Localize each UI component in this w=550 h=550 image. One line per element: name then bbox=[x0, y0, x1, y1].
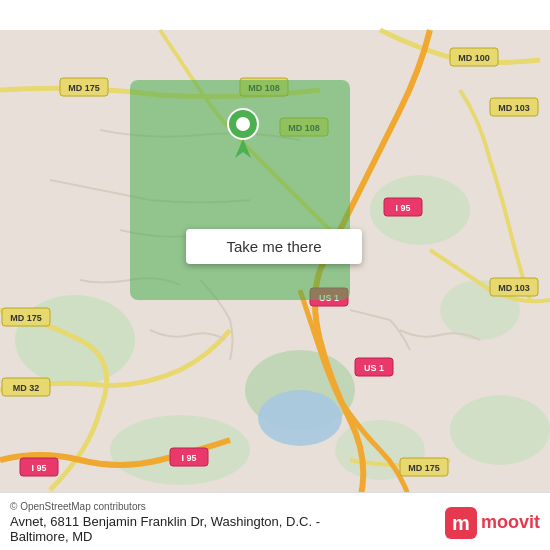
svg-text:MD 103: MD 103 bbox=[498, 103, 530, 113]
address-text: Avnet, 6811 Benjamin Franklin Dr, Washin… bbox=[10, 514, 320, 544]
svg-text:MD 32: MD 32 bbox=[13, 383, 40, 393]
map-background: MD 175 MD 108 MD 108 MD 100 MD 103 MD 10… bbox=[0, 0, 550, 550]
bottom-bar-content: © OpenStreetMap contributors Avnet, 6811… bbox=[10, 501, 320, 544]
moovit-logo: m moovit bbox=[445, 507, 540, 539]
svg-point-8 bbox=[258, 390, 342, 446]
svg-point-7 bbox=[450, 395, 550, 465]
address-line2: Baltimore, MD bbox=[10, 529, 92, 544]
svg-text:MD 108: MD 108 bbox=[248, 83, 280, 93]
bottom-bar: © OpenStreetMap contributors Avnet, 6811… bbox=[0, 492, 550, 550]
svg-text:MD 175: MD 175 bbox=[408, 463, 440, 473]
svg-text:US 1: US 1 bbox=[319, 293, 339, 303]
svg-text:I 95: I 95 bbox=[181, 453, 196, 463]
osm-credit: © OpenStreetMap contributors bbox=[10, 501, 320, 512]
svg-text:m: m bbox=[452, 512, 470, 534]
svg-text:MD 100: MD 100 bbox=[458, 53, 490, 63]
take-me-there-button[interactable]: Take me there bbox=[186, 229, 362, 264]
moovit-logo-icon: m bbox=[445, 507, 477, 539]
svg-text:I 95: I 95 bbox=[31, 463, 46, 473]
svg-text:US 1: US 1 bbox=[364, 363, 384, 373]
osm-credit-text: © OpenStreetMap contributors bbox=[10, 501, 146, 512]
svg-text:MD 103: MD 103 bbox=[498, 283, 530, 293]
svg-text:I 95: I 95 bbox=[395, 203, 410, 213]
svg-text:MD 175: MD 175 bbox=[10, 313, 42, 323]
moovit-brand-text: moovit bbox=[481, 512, 540, 533]
address-line1: Avnet, 6811 Benjamin Franklin Dr, Washin… bbox=[10, 514, 320, 529]
svg-text:MD 175: MD 175 bbox=[68, 83, 100, 93]
svg-text:MD 108: MD 108 bbox=[288, 123, 320, 133]
map-container: MD 175 MD 108 MD 108 MD 100 MD 103 MD 10… bbox=[0, 0, 550, 550]
